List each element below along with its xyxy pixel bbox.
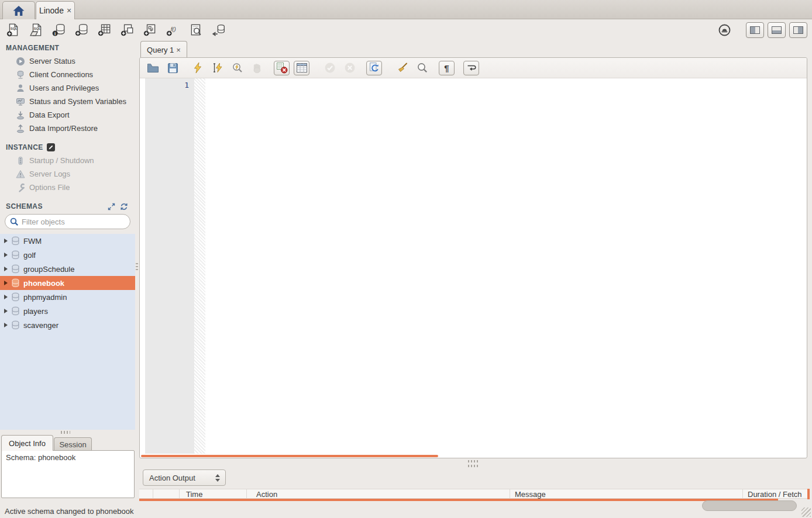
- inspect-database-button[interactable]: i: [50, 22, 68, 38]
- sidebar-item-startup-shutdown[interactable]: Startup / Shutdown: [0, 154, 135, 167]
- schema-filter: [5, 214, 130, 229]
- broom-icon: [397, 62, 408, 74]
- window-resize-grip[interactable]: [801, 507, 811, 517]
- toggle-bottom-panel-button[interactable]: [768, 22, 786, 38]
- explain-magnifier-icon: [232, 62, 243, 74]
- sidebar-item-client-connections[interactable]: Client Connections: [0, 68, 135, 81]
- editor-fold-margin: [194, 78, 205, 454]
- expander-icon[interactable]: [4, 267, 8, 271]
- filter-objects-input[interactable]: [22, 217, 125, 226]
- sidebar-item-options-file[interactable]: Options File: [0, 181, 135, 194]
- data-import-icon: [16, 124, 25, 133]
- toggle-word-wrap-button[interactable]: [463, 61, 479, 75]
- commit-button[interactable]: [322, 61, 338, 75]
- schema-item-phpmyadmin[interactable]: phpmyadmin: [0, 290, 135, 304]
- sidebar-splitter[interactable]: [136, 263, 138, 271]
- schema-item-groupschedule[interactable]: groupSchedule: [0, 262, 135, 276]
- schema-item-fwm[interactable]: FWM: [0, 234, 135, 248]
- database-icon: [11, 306, 20, 316]
- options-file-icon: [16, 183, 25, 192]
- stop-query-button[interactable]: [249, 61, 265, 75]
- sidebar-item-status-system-variables[interactable]: Status and System Variables: [0, 95, 135, 108]
- reconnect-database-button[interactable]: [210, 22, 228, 38]
- beautify-script-button[interactable]: [394, 61, 410, 75]
- create-function-button[interactable]: f(): [164, 22, 182, 38]
- tab-object-info[interactable]: Object Info: [1, 435, 53, 451]
- status-message: Active schema changed to phonebook: [5, 507, 133, 516]
- startup-shutdown-icon: [16, 156, 25, 165]
- expand-icon[interactable]: [108, 203, 115, 210]
- schema-item-players[interactable]: players: [0, 304, 135, 318]
- output-vertical-scrollbar[interactable]: [807, 489, 810, 499]
- tab-session[interactable]: Session: [54, 437, 92, 451]
- create-schema-button[interactable]: [73, 22, 91, 38]
- sidebar-item-users-privileges[interactable]: Users and Privileges: [0, 81, 135, 95]
- database-icon: [11, 264, 20, 274]
- find-button[interactable]: [414, 61, 430, 75]
- open-sql-file-button[interactable]: [145, 61, 161, 75]
- sidebar-item-server-status[interactable]: Server Status: [0, 54, 135, 68]
- tab-connection-linode[interactable]: Linode ×: [36, 1, 75, 19]
- editor-horizontal-scrollbar[interactable]: [141, 455, 438, 457]
- expander-icon[interactable]: [4, 239, 8, 243]
- management-section-title: MANAGEMENT: [6, 44, 130, 52]
- panel-resize-grip[interactable]: [61, 431, 70, 434]
- toggle-left-sidebar-button[interactable]: [746, 22, 764, 38]
- toggle-right-sidebar-button[interactable]: [789, 22, 807, 38]
- new-sql-tab-button[interactable]: SQL: [5, 22, 22, 38]
- create-view-button[interactable]: [119, 22, 136, 38]
- schema-item-scavenger[interactable]: scavenger: [0, 318, 135, 332]
- toggle-stop-on-error-button[interactable]: [274, 61, 290, 75]
- refresh-icon[interactable]: [120, 203, 128, 210]
- expander-icon[interactable]: [4, 309, 8, 313]
- output-type-select[interactable]: Action Output: [143, 469, 226, 486]
- schema-item-phonebook[interactable]: phonebook: [0, 276, 135, 290]
- tab-query-1[interactable]: Query 1 ×: [140, 41, 187, 58]
- column-header-duration: Duration / Fetch: [743, 489, 810, 499]
- open-sql-script-button[interactable]: SQL: [27, 22, 45, 38]
- database-icon: [11, 250, 20, 260]
- spinner-arrows-icon: [215, 474, 220, 482]
- limit-rows-icon: [296, 63, 308, 73]
- create-table-button[interactable]: [96, 22, 113, 38]
- output-table-header: Time Action Message Duration / Fetch: [139, 489, 810, 499]
- close-icon[interactable]: ×: [67, 6, 71, 15]
- editor-output-splitter[interactable]: [468, 460, 480, 462]
- connection-tab-label: Linode: [39, 6, 64, 15]
- schema-info-text: Schema: phonebook: [6, 453, 75, 462]
- toggle-autocommit-button[interactable]: [366, 61, 382, 75]
- expander-icon[interactable]: [4, 281, 8, 285]
- expander-icon[interactable]: [4, 323, 8, 327]
- sidebar-item-data-import[interactable]: Data Import/Restore: [0, 122, 135, 135]
- explain-query-button[interactable]: [229, 61, 245, 75]
- sql-code-area[interactable]: [205, 78, 806, 454]
- expander-icon[interactable]: [4, 295, 8, 299]
- sql-editor-toolbar: ¶: [140, 58, 807, 78]
- autocommit-icon: [369, 62, 380, 74]
- alarm-button[interactable]: [715, 22, 733, 38]
- bottom-panel-icon: [772, 26, 782, 34]
- tab-home[interactable]: [2, 1, 35, 19]
- schema-item-golf[interactable]: golf: [0, 248, 135, 262]
- toggle-limit-rows-button[interactable]: [294, 61, 309, 75]
- database-icon: [11, 236, 20, 246]
- home-icon: [12, 5, 25, 16]
- line-number-gutter: 1: [145, 78, 194, 454]
- toolbar-right-group: [715, 22, 807, 38]
- toggle-invisible-characters-button[interactable]: ¶: [439, 61, 455, 75]
- execute-button[interactable]: [190, 61, 205, 75]
- rollback-button[interactable]: [342, 61, 357, 75]
- editor-output-splitter-grip[interactable]: [468, 465, 480, 467]
- sidebar-item-data-export[interactable]: Data Export: [0, 108, 135, 122]
- sidebar-item-server-logs[interactable]: Server Logs: [0, 167, 135, 181]
- execute-current-statement-button[interactable]: [209, 61, 225, 75]
- search-table-data-button[interactable]: [187, 22, 205, 38]
- search-icon: [10, 217, 19, 226]
- save-script-button[interactable]: [165, 61, 181, 75]
- execute-lightning-icon: [192, 62, 203, 74]
- new-table-icon: [98, 23, 112, 37]
- close-icon[interactable]: ×: [176, 46, 181, 54]
- expander-icon[interactable]: [4, 253, 8, 257]
- create-procedure-button[interactable]: [142, 22, 159, 38]
- commit-check-icon: [324, 62, 336, 74]
